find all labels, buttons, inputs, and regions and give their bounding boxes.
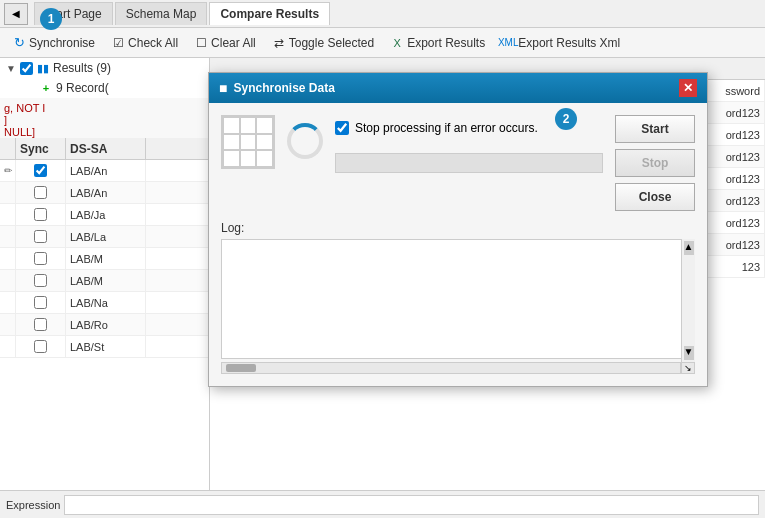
sync-cell[interactable] [16, 270, 66, 291]
resize-handle[interactable]: ↘ [681, 362, 695, 374]
table-row[interactable]: LAB/La [0, 226, 209, 248]
main-toolbar: ↻ Synchronise ☑ Check All ☐ Clear All ⇄ … [0, 28, 765, 58]
label-cell: LAB/Ro [66, 314, 146, 335]
cell-spacer [0, 270, 16, 291]
tab-schema-map[interactable]: Schema Map [115, 2, 208, 25]
row-checkbox-4[interactable] [34, 230, 47, 243]
label-cell: LAB/Na [66, 292, 146, 313]
sync-cell[interactable] [16, 248, 66, 269]
check-all-icon: ☑ [111, 36, 125, 50]
dialog-top-row: Stop processing if an error occurs. Star… [221, 115, 695, 211]
clear-all-icon: ☐ [194, 36, 208, 50]
row-checkbox-3[interactable] [34, 208, 47, 221]
table-row[interactable]: LAB/Ja [0, 204, 209, 226]
check-all-button[interactable]: ☑ Check All [105, 34, 184, 52]
table-row[interactable]: ✏ LAB/An [0, 160, 209, 182]
table-row[interactable]: LAB/An [0, 182, 209, 204]
dialog-title: ■ Synchronise Data [219, 80, 335, 96]
sync-cell[interactable] [16, 226, 66, 247]
expression-label: Expression [6, 499, 60, 511]
tree-results-row[interactable]: ▼ ▮▮ Results (9) [0, 58, 209, 78]
row-checkbox-2[interactable] [34, 186, 47, 199]
table-row[interactable]: LAB/Ro [0, 314, 209, 336]
stop-button[interactable]: Stop [615, 149, 695, 177]
cell-spacer [0, 248, 16, 269]
bottom-expression-bar: Expression [0, 490, 765, 518]
row-checkbox-7[interactable] [34, 296, 47, 309]
label-cell: LAB/An [66, 160, 146, 181]
progress-bar-container [335, 153, 603, 173]
results-checkbox[interactable] [20, 62, 33, 75]
badge-1: 1 [40, 8, 62, 30]
stop-processing-checkbox[interactable] [335, 121, 349, 135]
close-button[interactable]: Close [615, 183, 695, 211]
stop-processing-label: Stop processing if an error occurs. [355, 121, 538, 135]
label-cell: LAB/An [66, 182, 146, 203]
row-checkbox-1[interactable] [34, 164, 47, 177]
synchronise-button[interactable]: ↻ Synchronise [6, 34, 101, 52]
sync-col-header[interactable]: Sync [16, 138, 66, 159]
label-cell: LAB/M [66, 248, 146, 269]
dialog-close-button[interactable]: ✕ [679, 79, 697, 97]
sync-cell[interactable] [16, 160, 66, 181]
label-cell: LAB/M [66, 270, 146, 291]
cell-spacer [0, 292, 16, 313]
scrollbar-v[interactable]: ▲ ▼ [681, 239, 695, 362]
progress-spinner [287, 123, 323, 159]
row-checkbox-6[interactable] [34, 274, 47, 287]
left-side-text: g, NOT I [0, 98, 209, 114]
export-results-xml-button[interactable]: XML Export Results Xml [495, 34, 626, 52]
badge-1-text: 1 [48, 12, 55, 26]
sync-cell[interactable] [16, 182, 66, 203]
tree-collapse-icon[interactable]: ▼ [4, 61, 18, 75]
records-label: 9 Record( [56, 81, 109, 95]
excel-icon: X [390, 36, 404, 50]
log-section: Log: ▲ ▼ ↘ [221, 221, 695, 374]
row-checkbox-8[interactable] [34, 318, 47, 331]
cell-spacer [0, 226, 16, 247]
table-body: ✏ LAB/An LAB/An [0, 160, 209, 358]
ds-col-header[interactable]: DS-SA [66, 138, 146, 159]
add-icon: + [38, 80, 54, 96]
cell-spacer [0, 314, 16, 335]
sync-cell[interactable] [16, 292, 66, 313]
table-row[interactable]: LAB/M [0, 248, 209, 270]
grid-icon [221, 115, 275, 169]
left-side-text3: NULL] [0, 126, 209, 138]
clear-all-button[interactable]: ☐ Clear All [188, 34, 262, 52]
dialog-action-buttons: Start Stop Close [615, 115, 695, 211]
dialog-body: Stop processing if an error occurs. Star… [209, 103, 707, 386]
start-button[interactable]: Start [615, 115, 695, 143]
row-checkbox-5[interactable] [34, 252, 47, 265]
expression-input[interactable] [64, 495, 759, 515]
nav-back-button[interactable]: ◀ [4, 3, 28, 25]
scrollbar-h-container: ↘ [221, 362, 695, 374]
label-cell: LAB/St [66, 336, 146, 357]
cell-spacer [0, 182, 16, 203]
tab-compare-results[interactable]: Compare Results [209, 2, 330, 25]
export-results-button[interactable]: X Export Results [384, 34, 491, 52]
table-row[interactable]: LAB/St [0, 336, 209, 358]
sync-cell[interactable] [16, 314, 66, 335]
sync-cell[interactable] [16, 336, 66, 357]
row-indicator-header [0, 138, 16, 159]
scrollbar-thumb[interactable] [226, 364, 256, 372]
tree-records-row[interactable]: + 9 Record( [0, 78, 209, 98]
cell-spacer [0, 204, 16, 225]
sync-cell[interactable] [16, 204, 66, 225]
xml-icon: XML [501, 36, 515, 50]
log-textarea[interactable] [221, 239, 695, 359]
toggle-icon: ⇄ [272, 36, 286, 50]
table-row[interactable]: LAB/Na [0, 292, 209, 314]
left-side-text2: ] [0, 114, 209, 126]
results-label: Results (9) [53, 61, 111, 75]
table-row[interactable]: LAB/M [0, 270, 209, 292]
tree-expand-icon[interactable] [24, 81, 38, 95]
toggle-selected-button[interactable]: ⇄ Toggle Selected [266, 34, 380, 52]
scrollbar-h[interactable] [221, 362, 681, 374]
row-checkbox-9[interactable] [34, 340, 47, 353]
left-tree-panel: ▼ ▮▮ Results (9) + 9 Record( g, NOT I ] … [0, 58, 210, 518]
badge-2: 2 [555, 108, 577, 130]
label-cell: LAB/La [66, 226, 146, 247]
tab-bar: ◀ Start Page Schema Map Compare Results [0, 0, 765, 28]
